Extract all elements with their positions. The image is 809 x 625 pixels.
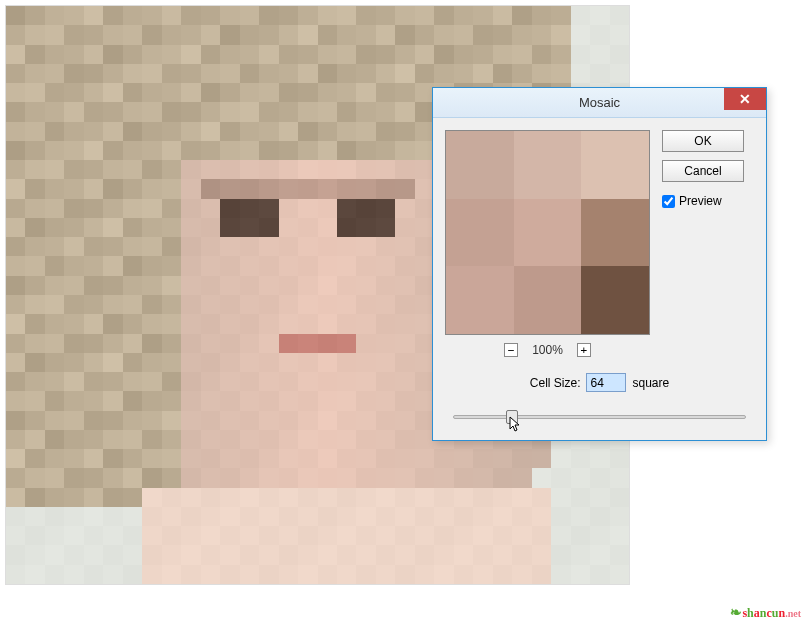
slider-track: [453, 415, 746, 419]
preview-checkbox-row[interactable]: Preview: [662, 194, 754, 208]
filter-preview[interactable]: [445, 130, 650, 335]
preview-checkbox[interactable]: [662, 195, 675, 208]
cell-size-slider[interactable]: [453, 408, 746, 426]
cell-size-input[interactable]: [586, 373, 626, 392]
leaf-icon: ❧: [730, 605, 742, 620]
zoom-in-button[interactable]: +: [577, 343, 591, 357]
dialog-titlebar: Mosaic ✕: [433, 88, 766, 118]
zoom-controls: − 100% +: [445, 343, 650, 357]
cell-size-row: Cell Size: square: [445, 373, 754, 392]
cancel-button[interactable]: Cancel: [662, 160, 744, 182]
dialog-title: Mosaic: [579, 95, 620, 110]
preview-checkbox-label: Preview: [679, 194, 722, 208]
minus-icon: −: [508, 345, 515, 356]
slider-thumb[interactable]: [506, 410, 518, 424]
cell-size-label: Cell Size:: [530, 376, 581, 390]
zoom-level-label: 100%: [532, 343, 563, 357]
close-icon: ✕: [739, 91, 751, 107]
cell-size-unit: square: [632, 376, 669, 390]
close-button[interactable]: ✕: [724, 88, 766, 110]
mosaic-dialog: Mosaic ✕ − 100% + OK Cancel P: [432, 87, 767, 441]
ok-button[interactable]: OK: [662, 130, 744, 152]
dialog-body: − 100% + OK Cancel Preview Cell Size: sq…: [433, 118, 766, 440]
watermark: ❧shancun.net: [730, 604, 801, 621]
zoom-out-button[interactable]: −: [504, 343, 518, 357]
watermark-suffix: .net: [785, 608, 801, 619]
plus-icon: +: [581, 345, 588, 356]
